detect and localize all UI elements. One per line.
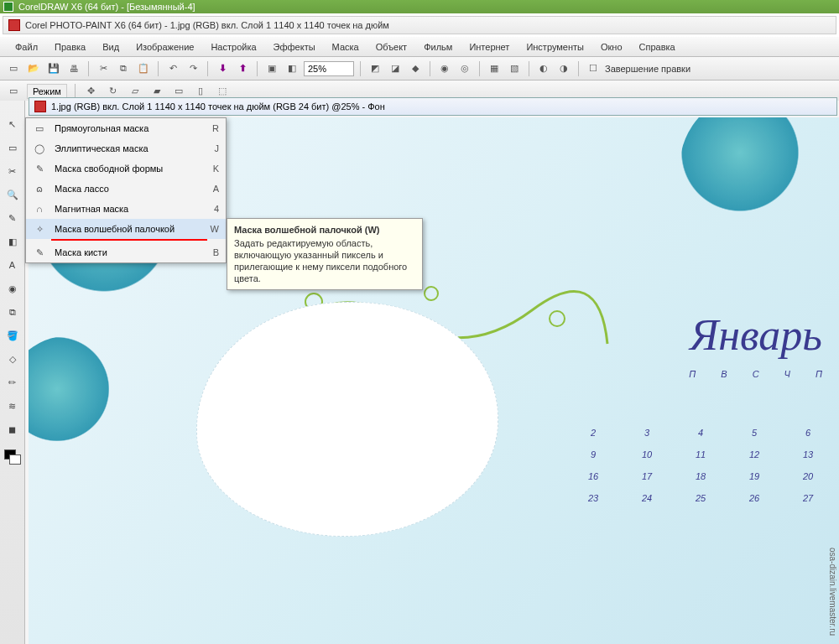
shape-tool[interactable]: ◇ <box>4 351 21 367</box>
mode-label[interactable]: Режим <box>27 84 67 99</box>
dow-cell: П <box>816 369 822 379</box>
menu-effects[interactable]: Эффекты <box>265 39 324 55</box>
watermark-text: osa-dizain.livemaster.ru <box>828 548 837 636</box>
flyout-item[interactable]: ▭Прямоугольная маскаR <box>26 118 226 138</box>
screen2-button[interactable]: ◧ <box>284 60 300 77</box>
calendar-month: Январь <box>690 310 822 360</box>
crop-tool[interactable]: ✂ <box>4 163 21 179</box>
tb-d[interactable]: ◉ <box>436 60 453 77</box>
menu-help[interactable]: Справка <box>631 39 684 55</box>
pick-tool[interactable]: ↖ <box>4 116 21 132</box>
flyout-item[interactable]: ɷМаска лассоA <box>26 179 226 199</box>
pb-a[interactable]: ▭ <box>5 83 22 100</box>
clone-tool[interactable]: ⧉ <box>4 304 21 320</box>
mask-icon: ɷ <box>33 182 46 195</box>
flyout-shortcut: K <box>206 164 219 174</box>
tooltip: Маска волшебной палочкой (W) Задать реда… <box>227 218 423 290</box>
tb-a[interactable]: ◩ <box>367 60 383 77</box>
text-tool[interactable]: A <box>4 257 21 273</box>
new-button[interactable]: ▭ <box>5 60 22 77</box>
flyout-label: Прямоугольная маска <box>55 123 197 133</box>
effect-tool[interactable]: ≋ <box>4 397 21 414</box>
copy-button[interactable]: ⧉ <box>115 60 132 77</box>
document-tab[interactable]: 1.jpg (RGB) вкл. Слой 1 1140 x 1140 точе… <box>29 97 837 116</box>
flyout-shortcut: 4 <box>206 204 219 214</box>
tb-f[interactable]: ▦ <box>486 60 503 77</box>
flyout-label: Маска лассо <box>55 184 197 194</box>
flyout-label: Магнитная маска <box>55 204 197 214</box>
flyout-item[interactable]: ✧Маска волшебной палочкойW <box>26 219 226 239</box>
flyout-shortcut: J <box>206 143 219 153</box>
menu-adjust[interactable]: Настройка <box>202 39 264 55</box>
flyout-label: Маска кисти <box>55 247 197 257</box>
tb-i[interactable]: ◑ <box>555 60 572 77</box>
svg-point-1 <box>425 287 438 300</box>
separator <box>430 61 430 76</box>
flyout-shortcut: R <box>206 123 219 133</box>
cut-button[interactable]: ✂ <box>95 60 112 77</box>
tb-h[interactable]: ◐ <box>535 60 552 77</box>
separator <box>207 61 208 76</box>
menu-mask[interactable]: Маска <box>324 39 367 55</box>
calendar-dates: 23456 910111213 1617181920 2324252627 <box>579 428 822 503</box>
menu-edit[interactable]: Правка <box>46 39 94 55</box>
decorative-flower <box>29 335 138 470</box>
dow-cell: С <box>753 369 759 379</box>
flyout-item[interactable]: ◯Эллиптическая маскаJ <box>26 138 226 158</box>
redo-button[interactable]: ↷ <box>185 60 201 77</box>
zoom-input[interactable] <box>304 61 354 76</box>
screen-button[interactable]: ▣ <box>263 60 280 77</box>
tooltip-title: Маска волшебной палочкой (W) <box>234 224 415 236</box>
flyout-item[interactable]: ✎Маска кистиB <box>26 242 226 262</box>
decorative-flower <box>680 117 831 243</box>
finish-edit-checkbox[interactable]: ☐ <box>585 60 602 77</box>
menu-movie[interactable]: Фильм <box>415 39 461 55</box>
undo-button[interactable]: ↶ <box>164 60 181 77</box>
tb-g[interactable]: ▧ <box>506 60 523 77</box>
redeye-tool[interactable]: ◉ <box>4 280 21 297</box>
mask-icon: ✎ <box>33 162 46 175</box>
flyout-shortcut: W <box>206 224 219 234</box>
finish-edit-label: Завершение правки <box>605 64 690 74</box>
mask-icon: ▭ <box>33 122 46 135</box>
dow-cell: П <box>689 369 696 379</box>
paste-button[interactable]: 📋 <box>135 60 152 77</box>
fill-tool[interactable]: 🪣 <box>4 327 21 344</box>
tb-c[interactable]: ◆ <box>407 60 424 77</box>
print-button[interactable]: 🖶 <box>65 60 82 77</box>
separator <box>158 61 159 76</box>
tb-e[interactable]: ◎ <box>456 60 473 77</box>
flyout-item[interactable]: ✎Маска свободной формыK <box>26 158 226 179</box>
export-button[interactable]: ⬆ <box>234 60 251 77</box>
separator <box>479 61 480 76</box>
outer-window-title: CorelDRAW X6 (64 бит) - [Безымянный-4] <box>0 0 839 13</box>
brush-tool[interactable]: ✏ <box>4 374 21 391</box>
color-swatch[interactable] <box>4 449 21 463</box>
import-button[interactable]: ⬇ <box>214 60 231 77</box>
flyout-item[interactable]: ∩Магнитная маска4 <box>26 199 226 219</box>
date-row: 910111213 <box>579 449 822 460</box>
menu-web[interactable]: Интернет <box>461 39 518 55</box>
eraser-tool[interactable]: ◧ <box>4 233 21 250</box>
zoom-tool[interactable]: 🔍 <box>4 186 21 203</box>
outer-title-text: CorelDRAW X6 (64 бит) - [Безымянный-4] <box>18 2 195 12</box>
menu-object[interactable]: Объект <box>367 39 415 55</box>
open-button[interactable]: 📂 <box>25 60 42 77</box>
date-row: 23456 <box>579 428 822 438</box>
tb-b[interactable]: ◪ <box>387 60 404 77</box>
menu-tools[interactable]: Инструменты <box>518 39 592 55</box>
menu-file[interactable]: Файл <box>7 39 46 55</box>
menu-window[interactable]: Окно <box>592 39 631 55</box>
separator <box>529 61 529 76</box>
dropshadow-tool[interactable]: ◼ <box>4 421 21 438</box>
mask-rect-tool[interactable]: ▭ <box>4 139 21 156</box>
main-toolbar: ▭ 📂 💾 🖶 ✂ ⧉ 📋 ↶ ↷ ⬇ ⬆ ▣ ◧ ◩ ◪ ◆ ◉ ◎ ▦ ▧ … <box>0 57 839 80</box>
flyout-label: Эллиптическая маска <box>55 143 197 153</box>
decorative-cloud-frame <box>196 302 498 537</box>
coreldraw-icon <box>3 2 13 12</box>
eyedropper-tool[interactable]: ✎ <box>4 210 21 226</box>
save-button[interactable]: 💾 <box>45 60 62 77</box>
menu-image[interactable]: Изображение <box>128 39 202 55</box>
mask-icon: ✧ <box>33 222 46 236</box>
menu-view[interactable]: Вид <box>94 39 128 55</box>
